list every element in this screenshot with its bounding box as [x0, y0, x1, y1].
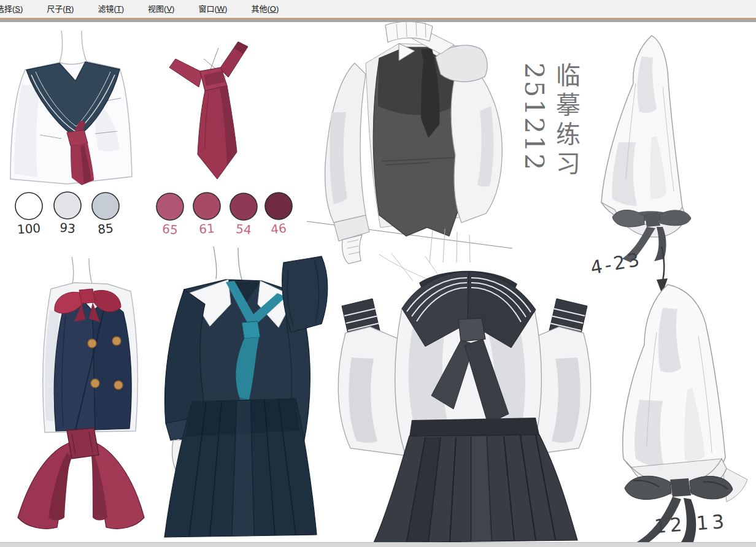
- menu-other[interactable]: 其他(O): [250, 1, 280, 15]
- menu-filter[interactable]: 滤镜(T): [96, 1, 125, 15]
- swatch-gray-85: 85: [88, 191, 123, 236]
- sketch-sailor-blouse-red-tie: [3, 29, 147, 188]
- swatch-red-65: 65: [153, 191, 187, 237]
- menu-bar: 选择(S) 尺子(R) 滤镜(T) 视图(V) 窗口(W) 其他(O): [0, 0, 756, 17]
- sketch-white-sleeve-study-2: [606, 277, 756, 542]
- bottom-scroll-strip[interactable]: [0, 542, 756, 547]
- swatch-value: 65: [152, 221, 188, 239]
- swatch-value: 61: [189, 220, 225, 237]
- sketch-navy-vest-red-bow: [15, 254, 149, 435]
- swatch-gray-100: 100: [12, 191, 46, 236]
- swatch-value: 54: [226, 221, 261, 239]
- swatch-value: 85: [88, 220, 123, 238]
- sketch-grayscale-sailor-uniform: [333, 253, 596, 547]
- menu-select[interactable]: 选择(S): [0, 1, 24, 15]
- drawing-canvas[interactable]: 100 93 85 65 61 54 46: [0, 22, 756, 542]
- canvas-date-vertical: 251212: [519, 63, 549, 204]
- swatch-red-54: 54: [226, 191, 261, 237]
- sketch-navy-sailor-uniform-teal: [157, 245, 339, 542]
- sketch-red-necktie: [167, 34, 253, 185]
- menu-window[interactable]: 窗口(W): [197, 1, 228, 15]
- sketch-white-sleeve-study-1: [583, 32, 727, 265]
- swatch-red-46: 46: [261, 191, 296, 236]
- menu-ruler[interactable]: 尺子(R): [45, 1, 75, 15]
- paint-app-window: 选择(S) 尺子(R) 滤镜(T) 视图(V) 窗口(W) 其他(O): [0, 0, 756, 547]
- swatch-value: 100: [11, 220, 47, 237]
- swatch-red-61: 61: [190, 191, 224, 236]
- sketch-red-cape-bow: [8, 424, 149, 542]
- menu-view[interactable]: 视图(V): [147, 1, 176, 15]
- swatch-value: 46: [261, 220, 296, 238]
- swatch-value: 93: [50, 220, 85, 237]
- sketch-grayscale-vest-figure: [307, 20, 519, 266]
- canvas-title-vertical: 临摹练习: [549, 63, 584, 204]
- swatch-gray-93: 93: [50, 190, 85, 235]
